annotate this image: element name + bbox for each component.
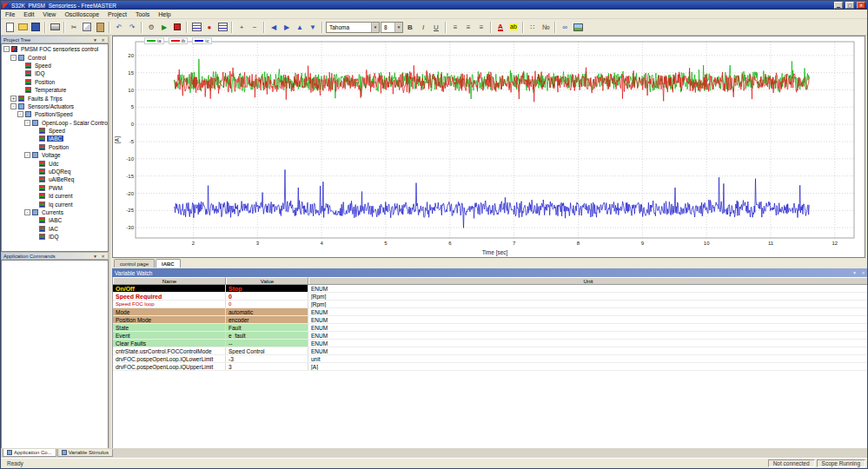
tree-item-pmsm-foc-sensorless-control[interactable]: -PMSM FOC sensorless control [2,45,108,53]
tree-item-iabc[interactable]: IABC [2,135,108,142]
variable-watch-icon[interactable] [216,21,229,33]
cell-value[interactable]: -3 [226,355,308,362]
column-header-unit[interactable]: Unit [308,277,868,284]
cell-value[interactable]: encoder [226,316,308,323]
new-scope-icon[interactable] [190,21,202,33]
tree-item-openloop-scalar-control[interactable]: -OpenLoop - Scalar Control [2,119,108,127]
collapse-icon[interactable]: - [10,103,17,109]
minimize-button[interactable]: ▁ [834,2,843,9]
insert-link-icon[interactable]: ∞ [559,21,571,33]
tree-item-id-current[interactable]: Id current [2,192,108,200]
project-options-icon[interactable]: ⚙ [145,21,157,33]
tree-item-udc[interactable]: Udc [2,159,108,167]
collapse-icon[interactable]: - [17,111,23,117]
table-row[interactable]: Position ModeencoderENUM [113,316,868,324]
underline-button[interactable]: U [430,21,442,33]
collapse-icon[interactable]: - [3,46,10,52]
save-project-icon[interactable] [30,21,42,33]
collapse-icon[interactable]: - [10,55,17,61]
chevron-down-icon[interactable]: ▼ [92,37,98,43]
insert-image-icon[interactable] [572,21,584,33]
table-row[interactable]: StateFaultENUM [113,324,868,332]
arrow-left-icon[interactable]: ◀ [268,21,280,33]
arrow-down-icon[interactable]: ▼ [307,21,319,33]
column-header-name[interactable]: Name [113,277,226,284]
tree-item-iabc[interactable]: IABC [2,216,108,224]
chevron-down-icon[interactable]: ▼ [394,23,402,32]
table-row[interactable]: cntrState.usrControl.FOCControlModeSpeed… [113,347,868,355]
table-row[interactable]: drvFOC.pospeOpenLoop.iQUpperLimit3[A] [113,363,868,371]
print-icon[interactable] [49,21,61,33]
cell-value[interactable]: e_fault [226,332,308,339]
tab-application-co[interactable]: Application Co... [3,449,56,457]
zoom-out-icon[interactable]: − [248,21,261,33]
close-button[interactable]: ✕ [857,2,865,9]
table-row[interactable]: On/OffStopENUM [113,285,868,293]
tree-item-speed[interactable]: Speed [2,127,108,135]
copy-icon[interactable] [81,21,93,33]
menu-project[interactable]: Project [103,10,131,18]
tree-item-ualbereq[interactable]: uAlBeReq [2,175,108,183]
cell-value[interactable]: automatic [226,308,308,315]
menu-help[interactable]: Help [154,10,175,18]
tab-control-page[interactable]: control page [114,259,155,268]
highlight-color-icon[interactable] [507,21,520,33]
tree-item-position-speed[interactable]: -Position/Speed [2,110,108,118]
zoom-in-icon[interactable]: + [235,21,248,33]
cell-value[interactable]: -- [226,340,308,347]
tree-item-position[interactable]: Position [2,143,108,151]
new-project-icon[interactable] [3,21,16,33]
menu-oscilloscope[interactable]: Oscilloscope [60,10,103,18]
font-size-select[interactable]: 8 ▼ [381,22,403,33]
menu-file[interactable]: File [1,10,19,18]
table-row[interactable]: Speed FOC loop0[Rpm] [113,301,868,308]
new-recorder-icon[interactable]: ● [203,21,215,33]
chevron-down-icon[interactable]: ▼ [92,254,98,259]
text-color-icon[interactable] [494,21,507,33]
table-row[interactable]: ModeautomaticENUM [113,308,868,316]
table-row[interactable]: drvFOC.pospeOpenLoop.iQLowerLimit-3unit [113,355,868,363]
cut-icon[interactable]: ✂ [68,21,80,33]
cell-value[interactable]: Speed Control [226,347,308,354]
tree-item-sensors-actuators[interactable]: -Sensors/Actuators [2,102,108,110]
tab-variable-stimulus[interactable]: Variable Stimulus [57,449,113,457]
maximize-button[interactable]: ▢ [845,2,854,9]
table-row[interactable]: Speed Required0[Rpm] [113,293,868,301]
tree-item-udqreq[interactable]: uDQReq [2,168,108,175]
cell-value[interactable]: Fault [226,324,308,331]
arrow-right-icon[interactable]: ▶ [281,21,293,33]
menu-tools[interactable]: Tools [131,10,154,18]
numbered-list-icon[interactable]: № [540,21,552,33]
tree-item-faults-trips[interactable]: +Faults & Trips [2,94,108,102]
menu-view[interactable]: View [38,10,60,18]
tree-item-idq[interactable]: IDQ [2,233,108,241]
tab-iabc[interactable]: IABC [156,259,181,268]
tree-item-control[interactable]: -Control [2,53,108,61]
tree-item-currents[interactable]: -Currents [2,208,108,216]
arrow-up-icon[interactable]: ▲ [294,21,306,33]
tree-item-pwm[interactable]: PWM [2,184,108,192]
collapse-icon[interactable]: - [24,209,30,215]
open-project-icon[interactable] [17,21,29,33]
align-center-icon[interactable]: ≡ [462,21,474,33]
close-icon[interactable]: ✕ [100,37,106,43]
tree-item-position[interactable]: Position [2,78,108,86]
menu-edit[interactable]: Edit [19,10,38,18]
bullet-list-icon[interactable]: ∷ [527,21,539,33]
oscilloscope-chart[interactable]: 2345678910111220151050-5-10-15-20-25-30T… [112,36,865,258]
application-commands-list[interactable] [1,260,109,450]
close-icon[interactable]: ✕ [100,254,106,259]
cell-value[interactable]: 3 [226,363,308,370]
chevron-down-icon[interactable]: ▼ [851,270,858,275]
collapse-icon[interactable]: - [24,120,30,126]
bold-button[interactable]: B [404,21,416,33]
chevron-down-icon[interactable]: ▼ [371,23,379,32]
close-icon[interactable]: ✕ [860,270,866,275]
tree-item-voltage[interactable]: -Voltage [2,151,108,159]
cell-value[interactable]: 0 [226,293,308,300]
tree-item-temperature[interactable]: Temperature [2,86,108,94]
table-row[interactable]: Evente_faultENUM [113,332,868,340]
start-communication-icon[interactable]: ▶ [158,21,170,33]
expand-icon[interactable]: + [10,96,17,102]
font-family-select[interactable]: Tahoma ▼ [326,22,380,33]
